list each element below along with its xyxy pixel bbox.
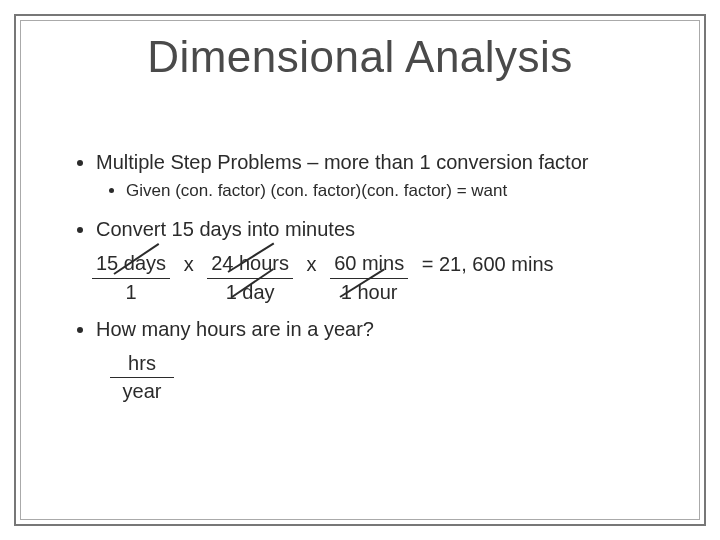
fraction-hrs-num: hrs: [110, 351, 174, 379]
fraction-year-den: year: [110, 378, 174, 405]
slide-content: Multiple Step Problems – more than 1 con…: [70, 150, 660, 417]
bullet-hours-year: How many hours are in a year?: [96, 317, 660, 343]
fraction-1-num: 15 days: [92, 251, 170, 279]
fraction-hrs-year: hrs year: [110, 351, 174, 405]
fraction-3-num: 60 mins: [330, 251, 408, 279]
bullet-multistep: Multiple Step Problems – more than 1 con…: [96, 150, 660, 201]
bullet-list-2: How many hours are in a year?: [70, 317, 660, 343]
fraction-1-den: 1: [92, 279, 170, 306]
calculation-row: 15 days 1 x 24 hours 1 day x 60 mins 1 h…: [92, 251, 660, 305]
question-fraction: hrs year: [110, 351, 660, 405]
slide: Dimensional Analysis Multiple Step Probl…: [0, 0, 720, 540]
bullet-given-formula: Given (con. factor) (con. factor)(con. f…: [126, 180, 660, 202]
times-1: x: [176, 251, 202, 277]
fraction-2-num: 24 hours: [207, 251, 293, 279]
sub-bullet-list: Given (con. factor) (con. factor)(con. f…: [96, 180, 660, 202]
fraction-1: 15 days 1: [92, 251, 170, 305]
times-2: x: [299, 251, 325, 277]
slide-title: Dimensional Analysis: [0, 32, 720, 82]
bullet-convert-days: Convert 15 days into minutes: [96, 217, 660, 243]
fraction-3-den: 1 hour: [330, 279, 408, 306]
bullet-multistep-text: Multiple Step Problems – more than 1 con…: [96, 151, 588, 173]
equals-result: = 21, 600 mins: [414, 251, 562, 277]
bullet-list: Multiple Step Problems – more than 1 con…: [70, 150, 660, 243]
